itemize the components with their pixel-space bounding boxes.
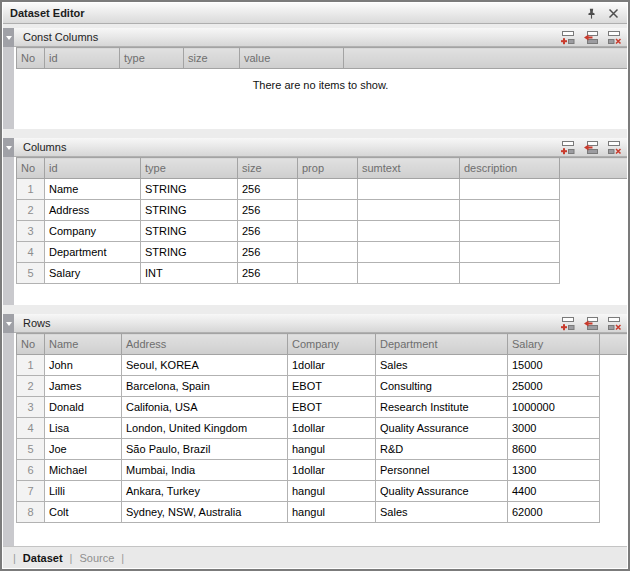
- row-number-cell[interactable]: 2: [17, 376, 45, 397]
- cell-description[interactable]: [460, 242, 560, 263]
- const-col-header-value[interactable]: value: [240, 48, 344, 69]
- const-col-header-no[interactable]: No: [17, 48, 45, 69]
- row-number-cell[interactable]: 5: [17, 439, 45, 460]
- tab-source[interactable]: Source: [77, 552, 116, 564]
- cell-address[interactable]: Ankara, Turkey: [122, 481, 288, 502]
- row-number-cell[interactable]: 8: [17, 502, 45, 523]
- const-columns-insert-item-button[interactable]: [582, 30, 599, 45]
- cell-address[interactable]: Seoul, KOREA: [122, 355, 288, 376]
- cell-type[interactable]: STRING: [141, 200, 238, 221]
- cell-name[interactable]: John: [45, 355, 122, 376]
- cell-address[interactable]: Barcelona, Spain: [122, 376, 288, 397]
- cell-address[interactable]: Califonia, USA: [122, 397, 288, 418]
- cell-salary[interactable]: 3000: [508, 418, 600, 439]
- rows-header-name[interactable]: Name: [45, 334, 122, 355]
- cell-name[interactable]: Joe: [45, 439, 122, 460]
- rows-add-item-button[interactable]: [559, 316, 576, 331]
- cell-id[interactable]: Salary: [45, 263, 141, 284]
- cell-name[interactable]: Michael: [45, 460, 122, 481]
- row-number-cell[interactable]: 4: [17, 418, 45, 439]
- cell-company[interactable]: 1dollar: [288, 355, 376, 376]
- cell-salary[interactable]: 8600: [508, 439, 600, 460]
- cell-department[interactable]: Consulting: [376, 376, 508, 397]
- cell-salary[interactable]: 4400: [508, 481, 600, 502]
- rows-delete-item-button[interactable]: [605, 316, 622, 331]
- cell-salary[interactable]: 1000000: [508, 397, 600, 418]
- columns-header-prop[interactable]: prop: [298, 158, 358, 179]
- cell-company[interactable]: hangul: [288, 439, 376, 460]
- cell-sumtext[interactable]: [358, 179, 460, 200]
- cell-address[interactable]: Mumbai, India: [122, 460, 288, 481]
- cell-salary[interactable]: 25000: [508, 376, 600, 397]
- cell-name[interactable]: Donald: [45, 397, 122, 418]
- row-number-cell[interactable]: 7: [17, 481, 45, 502]
- cell-type[interactable]: INT: [141, 263, 238, 284]
- const-columns-add-item-button[interactable]: [559, 30, 576, 45]
- cell-sumtext[interactable]: [358, 221, 460, 242]
- pin-button[interactable]: [584, 6, 599, 21]
- close-button[interactable]: [606, 6, 621, 21]
- cell-size[interactable]: 256: [238, 263, 298, 284]
- rows-header-department[interactable]: Department: [376, 334, 508, 355]
- columns-delete-item-button[interactable]: [605, 140, 622, 155]
- tab-dataset[interactable]: Dataset: [21, 552, 65, 564]
- cell-department[interactable]: Sales: [376, 502, 508, 523]
- const-col-header-size[interactable]: size: [184, 48, 240, 69]
- cell-prop[interactable]: [298, 242, 358, 263]
- columns-add-item-button[interactable]: [559, 140, 576, 155]
- columns-insert-item-button[interactable]: [582, 140, 599, 155]
- columns-header-type[interactable]: type: [141, 158, 238, 179]
- cell-company[interactable]: 1dollar: [288, 460, 376, 481]
- cell-department[interactable]: Personnel: [376, 460, 508, 481]
- cell-name[interactable]: James: [45, 376, 122, 397]
- cell-size[interactable]: 256: [238, 242, 298, 263]
- columns-header-no[interactable]: No: [17, 158, 45, 179]
- row-number-cell[interactable]: 2: [17, 200, 45, 221]
- cell-company[interactable]: EBOT: [288, 376, 376, 397]
- cell-id[interactable]: Department: [45, 242, 141, 263]
- cell-salary[interactable]: 62000: [508, 502, 600, 523]
- cell-name[interactable]: Lilli: [45, 481, 122, 502]
- rows-insert-item-button[interactable]: [582, 316, 599, 331]
- row-number-cell[interactable]: 3: [17, 221, 45, 242]
- cell-description[interactable]: [460, 200, 560, 221]
- cell-department[interactable]: R&D: [376, 439, 508, 460]
- cell-company[interactable]: hangul: [288, 502, 376, 523]
- columns-header-sumtext[interactable]: sumtext: [358, 158, 460, 179]
- cell-address[interactable]: Sydney, NSW, Australia: [122, 502, 288, 523]
- cell-company[interactable]: EBOT: [288, 397, 376, 418]
- cell-prop[interactable]: [298, 200, 358, 221]
- cell-prop[interactable]: [298, 221, 358, 242]
- const-col-header-id[interactable]: id: [45, 48, 120, 69]
- cell-department[interactable]: Research Institute: [376, 397, 508, 418]
- row-number-cell[interactable]: 5: [17, 263, 45, 284]
- cell-department[interactable]: Quality Assurance: [376, 418, 508, 439]
- rows-header-no[interactable]: No: [17, 334, 45, 355]
- row-number-cell[interactable]: 1: [17, 179, 45, 200]
- cell-type[interactable]: STRING: [141, 179, 238, 200]
- cell-sumtext[interactable]: [358, 242, 460, 263]
- cell-department[interactable]: Sales: [376, 355, 508, 376]
- rows-header-salary[interactable]: Salary: [508, 334, 600, 355]
- columns-header-size[interactable]: size: [238, 158, 298, 179]
- cell-salary[interactable]: 1300: [508, 460, 600, 481]
- cell-prop[interactable]: [298, 179, 358, 200]
- cell-department[interactable]: Quality Assurance: [376, 481, 508, 502]
- cell-company[interactable]: hangul: [288, 481, 376, 502]
- cell-type[interactable]: STRING: [141, 221, 238, 242]
- cell-sumtext[interactable]: [358, 263, 460, 284]
- cell-company[interactable]: 1dollar: [288, 418, 376, 439]
- cell-sumtext[interactable]: [358, 200, 460, 221]
- rows-header-company[interactable]: Company: [288, 334, 376, 355]
- cell-description[interactable]: [460, 221, 560, 242]
- row-number-cell[interactable]: 6: [17, 460, 45, 481]
- const-col-header-type[interactable]: type: [120, 48, 184, 69]
- cell-prop[interactable]: [298, 263, 358, 284]
- cell-salary[interactable]: 15000: [508, 355, 600, 376]
- cell-id[interactable]: Name: [45, 179, 141, 200]
- cell-description[interactable]: [460, 179, 560, 200]
- cell-size[interactable]: 256: [238, 179, 298, 200]
- columns-header-description[interactable]: description: [460, 158, 560, 179]
- cell-name[interactable]: Lisa: [45, 418, 122, 439]
- cell-address[interactable]: São Paulo, Brazil: [122, 439, 288, 460]
